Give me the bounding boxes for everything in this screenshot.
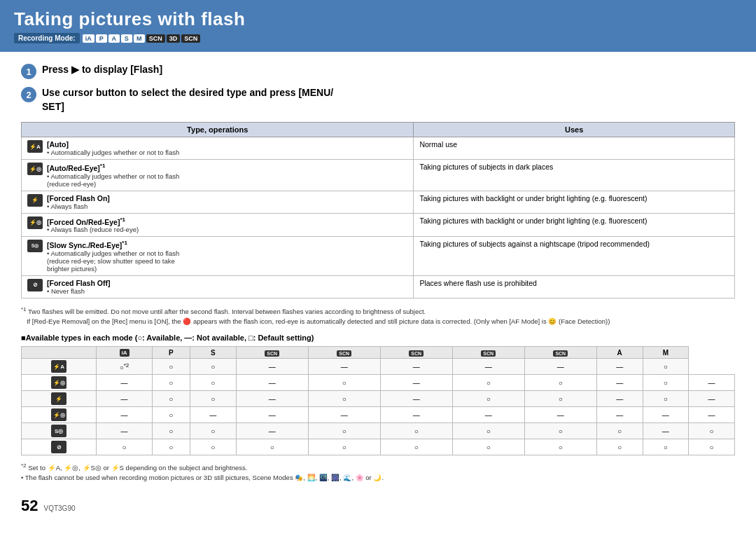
type-row-header: ⊘ [Forced Flash Off] • Never flash (27, 279, 407, 295)
recording-mode-label: Recording Mode: (14, 33, 80, 43)
avail-cell: ○ (190, 375, 236, 391)
table-cell-uses: Normal use (414, 137, 735, 160)
avail-cell: ○ (524, 375, 596, 391)
content-area: 1 Press ▶ to display [Flash] 2 Use curso… (0, 52, 756, 490)
type-info: [Auto] • Automatically judges whether or… (47, 140, 179, 156)
avail-row-1: ⚡A ○*2 ○ ○ — — — — — — ○ (22, 359, 735, 375)
avail-cell: ○ (452, 391, 524, 407)
step-2: 2 Use cursor button to select the desire… (21, 86, 735, 114)
table-cell-uses: Places where flash use is prohibited (414, 275, 735, 298)
avail-col-header-scn5: SCN (524, 347, 596, 359)
avail-col-header-scn3: SCN (380, 347, 452, 359)
bullet-note-1: • The flash cannot be used when recordin… (21, 474, 384, 481)
avail-cell: ○ (308, 391, 380, 407)
avail-col-header-p: P (152, 347, 190, 359)
avail-row-3: ⚡ — ○ ○ — ○ — ○ ○ — ○ — (22, 391, 735, 407)
type-row-header: ⚡A [Auto] • Automatically judges whether… (27, 140, 407, 156)
avail-cell: — (596, 391, 643, 407)
type-name: [Forced On/Red-Eye]*1 (47, 217, 139, 226)
footnote-1: *1 Two flashes will be emitted. Do not m… (21, 305, 735, 327)
avail-col-header-m: M (643, 347, 689, 359)
mode-icon-3d: 3D (167, 34, 181, 43)
avail-cell: — (452, 359, 524, 375)
step-2-text: Use cursor button to select the desired … (42, 86, 333, 114)
avail-cell: — (380, 391, 452, 407)
table-cell-uses: Taking pictures with backlight or under … (414, 213, 735, 237)
avail-cell: — (97, 407, 153, 423)
avail-cell: ○ (596, 423, 643, 439)
type-sub: • Automatically judges whether or not to… (47, 149, 179, 156)
step-1-number: 1 (21, 64, 36, 79)
avail-cell: — (524, 407, 596, 423)
table-row: ⚡A [Auto] • Automatically judges whether… (22, 137, 735, 160)
recording-mode-icons: iA P A S M SCN 3D SCN (83, 34, 201, 43)
avail-cell: — (689, 375, 735, 391)
type-info: [Forced Flash Off] • Never flash (47, 279, 110, 295)
avail-cell: ○ (190, 439, 236, 455)
avail-cell: ○ (152, 391, 190, 407)
avail-col-header-scn4: SCN (452, 347, 524, 359)
avail-row-2: ⚡◎ — ○ ○ — ○ — ○ ○ — ○ — (22, 375, 735, 391)
mode-icon-p: P (96, 34, 107, 43)
type-info: [Forced On/Red-Eye]*1 • Always flash (re… (47, 217, 139, 234)
footnote-2: *2 Set to ⚡A, ⚡◎, ⚡S◎ or ⚡S depending on… (21, 461, 735, 483)
avail-cell: ○ (152, 407, 190, 423)
avail-table: iA P S SCN SCN SCN SCN SCN A M ⚡A (21, 346, 735, 455)
avail-cell: ○ (308, 423, 380, 439)
avail-col-header-ia: iA (97, 347, 153, 359)
avail-cell: ○ (190, 391, 236, 407)
avail-cell: — (596, 359, 643, 375)
type-info: [Forced Flash On] • Always flash (47, 194, 110, 210)
avail-cell: ○ (452, 439, 524, 455)
type-row-header: ⚡◎ [Forced On/Red-Eye]*1 • Always flash … (27, 217, 407, 234)
avail-cell: ○ (452, 375, 524, 391)
avail-cell: ○ (152, 375, 190, 391)
mode-icon-s: S (121, 34, 132, 43)
avail-cell: — (97, 423, 153, 439)
table-cell-type: ⚡ [Forced Flash On] • Always flash (22, 191, 414, 213)
avail-col-header-s: S (190, 347, 236, 359)
flash-icon-off: ⊘ (27, 279, 43, 291)
avail-row-label: ⊘ (22, 439, 97, 455)
table-row: ⚡◎ [Auto/Red-Eye]*1 • Automatically judg… (22, 160, 735, 191)
avail-cell: ○ (689, 439, 735, 455)
avail-cell: ○ (689, 423, 735, 439)
page-container: Taking pictures with flash Recording Mod… (0, 0, 756, 536)
avail-cell: — (380, 407, 452, 423)
mode-icon-scn1: SCN (146, 34, 165, 43)
avail-cell: ○ (524, 423, 596, 439)
page-code: VQT3G90 (43, 504, 75, 512)
avail-section: ■Available types in each mode (○: Availa… (21, 334, 735, 483)
avail-row-4: ⚡◎ — ○ — — — — — — — — — (22, 407, 735, 423)
avail-cell: ○ (152, 439, 190, 455)
avail-cell: ○*2 (97, 359, 153, 375)
step-1-text: Press ▶ to display [Flash] (42, 63, 162, 77)
avail-cell: — (643, 423, 689, 439)
page-footer: 52 VQT3G90 (0, 490, 756, 515)
flash-table: Type, operations Uses ⚡A [Auto] • Automa… (21, 122, 735, 298)
avail-row-label: S◎ (22, 423, 97, 439)
table-row: S◎ [Slow Sync./Red-Eye]*1 • Automaticall… (22, 237, 735, 276)
avail-cell: ○ (190, 423, 236, 439)
avail-cell: — (380, 359, 452, 375)
table-row: ⚡ [Forced Flash On] • Always flash Takin… (22, 191, 735, 213)
mode-icon-ia: iA (83, 34, 94, 43)
type-row-header: ⚡ [Forced Flash On] • Always flash (27, 194, 407, 210)
avail-cell: — (97, 375, 153, 391)
table-cell-type: ⚡◎ [Auto/Red-Eye]*1 • Automatically judg… (22, 160, 414, 191)
avail-cell: — (308, 407, 380, 423)
page-title: Taking pictures with flash (14, 8, 742, 30)
avail-row-label: ⚡◎ (22, 407, 97, 423)
avail-cell: ○ (152, 359, 190, 375)
table-row: ⊘ [Forced Flash Off] • Never flash Place… (22, 275, 735, 298)
step-1: 1 Press ▶ to display [Flash] (21, 63, 735, 79)
avail-cell: — (596, 375, 643, 391)
avail-cell: ○ (524, 439, 596, 455)
avail-cell: — (236, 375, 308, 391)
avail-cell: ○ (308, 375, 380, 391)
type-name: [Forced Flash On] (47, 194, 110, 202)
avail-cell: ○ (236, 439, 308, 455)
page-header: Taking pictures with flash Recording Mod… (0, 0, 756, 52)
type-row-header: ⚡◎ [Auto/Red-Eye]*1 • Automatically judg… (27, 163, 407, 188)
mode-icon-a: A (108, 34, 120, 43)
